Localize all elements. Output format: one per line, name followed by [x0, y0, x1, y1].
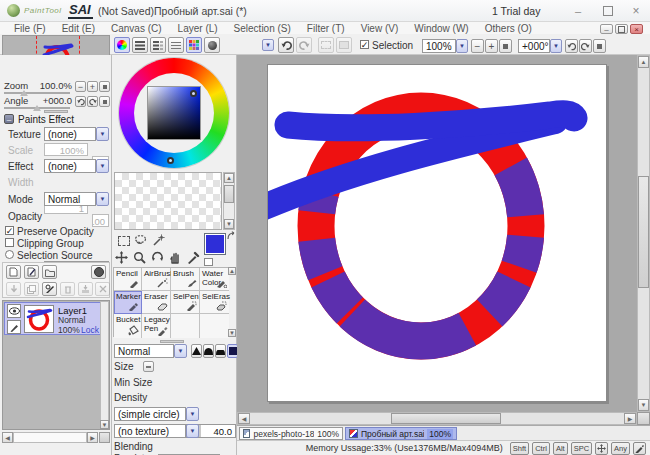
delete-layer-button[interactable]	[95, 282, 110, 296]
brush-tip-round[interactable]	[203, 344, 214, 358]
new-layer-button[interactable]	[6, 265, 21, 279]
menu-window[interactable]: Window (W)	[406, 23, 476, 34]
brush-texture-dropdown[interactable]: ▼	[186, 424, 199, 438]
primary-color-swatch[interactable]	[204, 233, 226, 255]
tool-eraser[interactable]: Eraser	[142, 291, 171, 314]
document-close-button[interactable]: ×	[630, 24, 643, 34]
copy-layer-button[interactable]	[24, 282, 39, 296]
canvas-angle-dropdown[interactable]: ▼	[550, 39, 562, 53]
texture-select-dropdown[interactable]: ▼	[96, 127, 109, 141]
deselect-button[interactable]	[318, 37, 334, 53]
paint-effect-button[interactable]	[42, 282, 57, 296]
menu-file[interactable]: File (F)	[6, 23, 54, 34]
new-layer-set-button[interactable]	[42, 265, 57, 279]
canvas-page[interactable]	[267, 64, 607, 402]
menu-view[interactable]: View (V)	[353, 23, 407, 34]
sv-marker[interactable]	[190, 90, 197, 97]
brush-tip-sharp[interactable]	[191, 344, 202, 358]
brush-blend-mode-dropdown[interactable]: ▼	[174, 344, 187, 358]
redo-button[interactable]	[296, 37, 312, 53]
invert-selection-button[interactable]	[336, 37, 352, 53]
scratchpad-scroll-up[interactable]: ▲	[224, 173, 234, 183]
canvas-hscroll-left[interactable]: ◀	[238, 413, 250, 424]
effect-width-number[interactable]: 100	[92, 214, 109, 227]
texture-select[interactable]: (none)	[44, 127, 96, 141]
zoom-reset-button[interactable]	[499, 39, 512, 53]
menu-selection[interactable]: Selection (S)	[226, 23, 299, 34]
rotate-tool[interactable]	[151, 251, 166, 265]
new-linework-layer-button[interactable]	[24, 265, 39, 279]
tool-watercolor[interactable]: Water Color	[200, 268, 229, 291]
color-picker-tool[interactable]	[187, 251, 202, 265]
undo-button[interactable]	[278, 37, 294, 53]
lasso-tool[interactable]	[134, 234, 149, 248]
transfer-down-button[interactable]	[6, 282, 21, 296]
nav-rotate-ccw-button[interactable]	[75, 96, 86, 107]
tool-marker[interactable]: Marker	[114, 291, 142, 314]
menu-others[interactable]: Others (O)	[477, 23, 540, 34]
minimize-button[interactable]: –	[568, 4, 588, 18]
clipping-group-checkbox[interactable]	[5, 238, 14, 247]
tool-legacy-pen[interactable]: Legacy Pen	[142, 314, 171, 338]
nav-angle-reset-button[interactable]	[99, 96, 110, 107]
menu-filter[interactable]: Filter (T)	[299, 23, 353, 34]
hue-marker[interactable]	[167, 157, 174, 164]
nav-zoom-in-button[interactable]: +	[87, 81, 98, 92]
scratchpad-scroll-down[interactable]: ▼	[224, 219, 234, 229]
selection-checkbox[interactable]: ✓	[360, 40, 369, 49]
layer-paint-indicator[interactable]	[7, 320, 21, 334]
rgb-slider-panel-toggle[interactable]	[132, 37, 148, 53]
nav-rotate-cw-button[interactable]	[87, 96, 98, 107]
color-mixer-panel-toggle[interactable]	[168, 37, 184, 53]
tool-airbrush[interactable]: AirBrush	[142, 268, 171, 291]
tool-seleras[interactable]: SelEras	[200, 291, 229, 314]
layer-mode-dropdown[interactable]: ▼	[96, 192, 109, 206]
tab-probny-art[interactable]: Пробный арт.sai 100%	[345, 427, 457, 440]
merge-down-button[interactable]	[78, 282, 93, 296]
history-dropdown-button[interactable]: ▼	[262, 39, 274, 51]
zoom-in-button[interactable]: +	[485, 39, 498, 53]
scratchpad-scroll-thumb[interactable]	[224, 185, 234, 203]
nav-angle-slider-thumb[interactable]	[33, 105, 41, 111]
hsv-slider-panel-toggle[interactable]	[150, 37, 166, 53]
tool-grid-scroll-up[interactable]: ▲	[228, 267, 236, 275]
canvas-vscroll-thumb[interactable]	[638, 176, 649, 288]
brush-tip-flat[interactable]	[215, 344, 226, 358]
canvas-vscrollbar[interactable]: ▲ ▼	[637, 55, 650, 412]
scratchpad-scrollbar[interactable]: ▲ ▼	[223, 172, 235, 230]
layer-list-vscroll-down[interactable]: ▼	[100, 420, 109, 429]
select-rect-tool[interactable]	[116, 234, 131, 248]
canvas-hscroll-right[interactable]: ▶	[624, 413, 636, 424]
canvas-vscroll-up[interactable]: ▲	[638, 56, 649, 68]
paints-effect-collapse-button[interactable]: –	[4, 114, 14, 124]
selection-source-radio[interactable]	[5, 250, 14, 259]
texture-scale-slider[interactable]: 100%	[44, 143, 88, 156]
document-restore-button[interactable]	[615, 24, 628, 34]
swap-colors-icon[interactable]	[227, 231, 236, 240]
clear-layer-button[interactable]	[60, 282, 75, 296]
scratchpad[interactable]	[114, 172, 222, 230]
canvas-zoom-dropdown[interactable]: ▼	[456, 39, 468, 53]
canvas-hscrollbar[interactable]: ◀ ▶	[237, 412, 637, 425]
rotate-cw-button[interactable]	[579, 39, 592, 53]
brush-texture-select[interactable]: (no texture)	[114, 424, 186, 438]
layer-list-hscroll-left[interactable]: ◀	[2, 432, 13, 443]
brush-shape-select[interactable]: (simple circle)	[114, 407, 186, 421]
move-tool[interactable]	[115, 251, 130, 265]
hand-tool[interactable]	[169, 251, 184, 265]
nav-zoom-reset-button[interactable]	[99, 81, 110, 92]
menu-layer[interactable]: Layer (L)	[170, 23, 226, 34]
preserve-opacity-checkbox[interactable]: ✓	[5, 226, 14, 235]
layer-row-layer1[interactable]: Layer1 Normal 100% Lock	[4, 302, 102, 335]
brush-blend-mode-select[interactable]: Normal	[114, 344, 174, 358]
tool-bucket[interactable]: Bucket	[114, 314, 142, 338]
canvas-vscroll-down[interactable]: ▼	[638, 399, 649, 411]
panel-divider-grip[interactable]	[44, 110, 68, 113]
layer-list-hscrollbar[interactable]	[13, 432, 87, 443]
tool-selpen[interactable]: SelPen	[171, 291, 200, 314]
layer-mask-button[interactable]	[91, 265, 106, 279]
close-button[interactable]: ×	[626, 4, 646, 18]
scratchpad-panel-toggle[interactable]	[204, 37, 220, 53]
tool-pencil[interactable]: Pencil	[114, 268, 142, 291]
effect-select[interactable]: (none)	[44, 159, 96, 173]
